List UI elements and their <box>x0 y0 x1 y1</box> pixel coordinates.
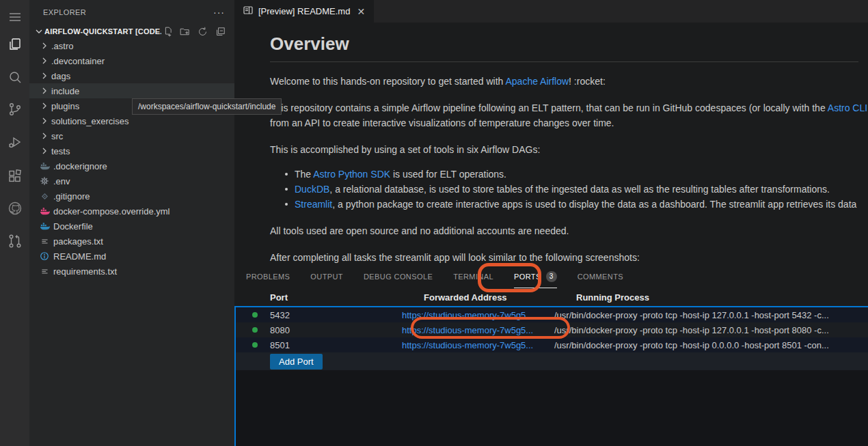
tree-item--gitignore[interactable]: .gitignore <box>29 189 234 204</box>
ports-list: 5432https://studious-memory-7w5g5.../usr… <box>234 306 868 446</box>
chevron-right-icon <box>39 85 50 96</box>
chevron-right-icon <box>39 130 50 141</box>
tree-item-include[interactable]: include <box>29 83 234 98</box>
chevron-right-icon <box>39 100 50 111</box>
tree-item-label: Dockerfile <box>53 221 93 232</box>
file-tree: .astro.devcontainerdagsincludepluginssol… <box>29 38 234 279</box>
close-tab-icon[interactable]: ✕ <box>355 7 367 16</box>
tooltip-text: /workspaces/airflow-quickstart/include <box>138 102 275 111</box>
markdown-text-segment: from an API to create interactive visual… <box>270 117 614 128</box>
search-icon[interactable] <box>0 64 29 91</box>
running-process: /usr/bin/docker-proxy -proto tcp -host-i… <box>554 340 868 350</box>
tree-item-dockerfile[interactable]: Dockerfile <box>29 219 234 234</box>
panel-tab-problems[interactable]: PROBLEMS <box>246 265 290 288</box>
panel-tab-terminal[interactable]: TERMINAL <box>453 265 493 288</box>
panel-tab-label: DEBUG CONSOLE <box>364 273 433 281</box>
docker-pink-file-icon <box>39 206 50 217</box>
markdown-text: All tools used are open source and no ad… <box>270 223 868 238</box>
tree-item--dockerignore[interactable]: .dockerignore <box>29 158 234 173</box>
markdown-paragraph: This is accomplished by using a set of t… <box>270 142 868 157</box>
panel-tab-output[interactable]: OUTPUT <box>310 265 343 288</box>
explorer-sidebar: EXPLORER ··· AIRFLOW-QUICKSTART [CODE...… <box>29 0 234 446</box>
new-folder-icon[interactable] <box>179 26 191 38</box>
markdown-paragraph: After completing all tasks the streamlit… <box>270 250 868 265</box>
explorer-files-icon[interactable] <box>0 31 29 58</box>
collapse-all-icon[interactable] <box>215 26 226 38</box>
running-process: /usr/bin/docker-proxy -proto tcp -host-i… <box>554 325 868 335</box>
port-number: 5432 <box>270 310 402 320</box>
markdown-list: The Astro Python SDK is used for ELT ope… <box>270 167 868 212</box>
tree-item--astro[interactable]: .astro <box>29 38 234 53</box>
markdown-link[interactable]: Streamlit <box>295 199 332 210</box>
tree-item-label: dags <box>51 71 70 81</box>
port-row-5432[interactable]: 5432https://studious-memory-7w5g5.../usr… <box>236 307 868 322</box>
forwarded-address-link[interactable]: https://studious-memory-7w5g5... <box>402 310 533 320</box>
tab-preview-readme[interactable]: [Preview] README.md ✕ <box>234 0 374 23</box>
tree-item-packages-txt[interactable]: packages.txt <box>29 234 234 249</box>
new-file-icon[interactable] <box>161 26 173 38</box>
panel-tab-comments[interactable]: COMMENTS <box>578 265 623 288</box>
markdown-preview: Overview Welcome to this hands-on reposi… <box>234 23 868 265</box>
tree-item-label: solutions_exercises <box>51 116 128 126</box>
ports-count-badge: 3 <box>546 271 557 282</box>
tree-item-label: README.md <box>53 251 106 262</box>
markdown-text: from an API to create interactive visual… <box>270 115 868 130</box>
tree-item-docker-compose-override-yml[interactable]: docker-compose.override.yml <box>29 204 234 219</box>
markdown-link[interactable]: Apache Airflow <box>505 76 569 87</box>
workspace-section-header[interactable]: AIRFLOW-QUICKSTART [CODE... <box>29 24 234 39</box>
port-status-icon <box>252 327 258 333</box>
panel-tab-label: PROBLEMS <box>246 273 290 281</box>
port-row-8501[interactable]: 8501https://studious-memory-7w5g5.../usr… <box>236 337 868 352</box>
panel-tab-label: OUTPUT <box>310 273 343 281</box>
tree-item-label: src <box>51 131 63 141</box>
extensions-icon[interactable] <box>0 163 29 190</box>
add-port-button[interactable]: Add Port <box>270 354 323 370</box>
markdown-link[interactable]: Astro CLI <box>828 102 867 113</box>
port-row-8080[interactable]: 8080https://studious-memory-7w5g5.../usr… <box>236 322 868 337</box>
refresh-icon[interactable] <box>197 26 208 38</box>
col-running-process: Running Process <box>576 292 868 303</box>
tree-item-tests[interactable]: tests <box>29 143 234 158</box>
panel-tab-label: TERMINAL <box>453 273 493 281</box>
gear-file-icon <box>39 176 50 186</box>
port-status-icon <box>252 312 258 318</box>
tree-item-dags[interactable]: dags <box>29 68 234 83</box>
panel-tab-debug-console[interactable]: DEBUG CONSOLE <box>364 265 433 288</box>
tab-label: [Preview] README.md <box>258 6 350 16</box>
pull-request-icon[interactable] <box>0 227 29 255</box>
tree-item-solutions-exercises[interactable]: solutions_exercises <box>29 113 234 128</box>
tree-item--devcontainer[interactable]: .devcontainer <box>29 53 234 68</box>
markdown-list-item: Streamlit, a python package to create in… <box>270 197 868 212</box>
forwarded-address-link[interactable]: https://studious-memory-7w5g5... <box>402 325 533 335</box>
text-file-icon <box>39 236 50 247</box>
markdown-link[interactable]: Astro Python SDK <box>313 169 390 180</box>
panel-tab-label: PORTS <box>514 273 541 281</box>
github-icon[interactable] <box>0 195 29 222</box>
run-debug-icon[interactable] <box>0 128 29 156</box>
markdown-text: This is accomplished by using a set of t… <box>270 142 868 157</box>
col-port: Port <box>270 292 424 303</box>
explorer-title: EXPLORER <box>43 8 86 16</box>
forwarded-address-cell: https://studious-memory-7w5g5... <box>402 310 554 320</box>
views-more-icon[interactable]: ··· <box>213 7 225 18</box>
panel-tab-label: COMMENTS <box>578 273 623 281</box>
tree-item-label: packages.txt <box>53 236 103 247</box>
git-file-icon <box>39 191 50 201</box>
panel-tab-ports[interactable]: PORTS3 <box>514 265 557 288</box>
menu-icon[interactable] <box>0 3 29 31</box>
ports-table-header: Port Forwarded Address Running Process <box>234 288 868 306</box>
source-control-icon[interactable] <box>0 96 29 123</box>
tree-item-requirements-txt[interactable]: requirements.txt <box>29 264 234 279</box>
markdown-text-segment: This is accomplished by using a set of t… <box>270 144 540 155</box>
tree-item-src[interactable]: src <box>29 128 234 143</box>
markdown-link[interactable]: DuckDB <box>295 184 329 195</box>
tree-item--env[interactable]: .env <box>29 173 234 189</box>
markdown-paragraph: Welcome to this hands-on repository to g… <box>270 74 868 89</box>
markdown-text: Welcome to this hands-on repository to g… <box>270 74 868 89</box>
explorer-actions <box>161 26 230 38</box>
forwarded-address-link[interactable]: https://studious-memory-7w5g5... <box>402 340 533 350</box>
port-number: 8080 <box>270 325 402 335</box>
markdown-text: After completing all tasks the streamlit… <box>270 250 868 265</box>
tree-item-label: .dockerignore <box>53 161 107 171</box>
tree-item-readme-md[interactable]: README.md <box>29 249 234 264</box>
